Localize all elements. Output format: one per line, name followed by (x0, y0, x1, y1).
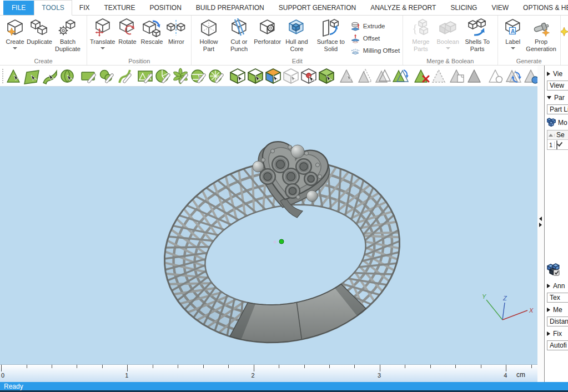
mark-cube-all-icon[interactable] (318, 68, 335, 84)
prop-generation-button[interactable]: Prop Generation (525, 17, 557, 52)
part-list-row[interactable]: 1 (547, 140, 568, 149)
menu-texture[interactable]: TEXTURE (97, 1, 142, 15)
perforator-button[interactable]: Perforator (255, 17, 280, 46)
group-label-merge-boolean: Merge & Boolean (403, 58, 497, 64)
create-icon (6, 18, 24, 37)
part-section-header[interactable]: Par (547, 93, 568, 103)
label-button[interactable]: A Label (501, 17, 525, 49)
menu-build-preparation[interactable]: BUILD PREPARATION (189, 1, 272, 15)
mark-cube-visible-icon[interactable] (247, 68, 264, 84)
merge-parts-button[interactable]: { Merge Parts (406, 17, 436, 52)
translate-button[interactable]: Translate (90, 17, 115, 49)
svg-text:Y: Y (482, 293, 486, 300)
mark-window-circle-icon[interactable] (155, 68, 172, 84)
marked-plane-tool-icon[interactable] (339, 68, 356, 84)
mark-window-pie-icon[interactable] (208, 68, 225, 84)
rescale-button[interactable]: Rescale (139, 17, 164, 46)
select-shells-icon[interactable] (59, 68, 76, 84)
copy-marked-to-part-icon[interactable] (449, 68, 466, 84)
parts-visibility-row[interactable] (547, 263, 568, 278)
panel-splitter[interactable] (537, 66, 545, 382)
model-parts-icon (547, 118, 556, 128)
create-button[interactable]: Create (3, 17, 27, 49)
3d-viewport[interactable]: YZX (0, 87, 537, 364)
measurements-section-header[interactable]: Me (547, 305, 568, 315)
hide-marked-icon[interactable] (431, 68, 448, 84)
mirror-button[interactable]: Mirror (164, 17, 188, 46)
menu-analyze-report[interactable]: ANALYZE & REPORT (363, 1, 443, 15)
update-marking-icon[interactable] (506, 68, 522, 84)
ruler-tick (405, 365, 405, 368)
annotations-section-title: Ann (553, 282, 565, 290)
mark-cube-front-icon[interactable] (229, 68, 246, 84)
menu-position[interactable]: POSITION (143, 1, 189, 15)
horizontal-ruler: 01234cm (0, 364, 537, 382)
invert-marking-icon[interactable] (393, 68, 409, 84)
rotate-button[interactable]: Rotate (115, 17, 139, 46)
mark-cube-volume-icon[interactable] (265, 68, 282, 84)
dropdown-caret-icon (446, 47, 450, 49)
annotations-section-header[interactable]: Ann (547, 281, 568, 291)
collapsed-arrow-icon (547, 284, 550, 288)
sort-ascending-icon (549, 134, 553, 137)
ruler-tick (455, 365, 456, 368)
mark-window-triangles-icon[interactable] (137, 68, 154, 84)
view-section-title: Vie (553, 70, 562, 78)
tab-autofix[interactable]: Autofi (547, 340, 568, 350)
svg-text:{: { (412, 21, 418, 35)
mark-rectangle-icon[interactable] (81, 68, 97, 84)
mark-cube-inside-icon[interactable] (300, 68, 317, 84)
offset-button[interactable]: Offset (350, 32, 400, 44)
mark-circle-icon[interactable] (98, 68, 115, 84)
shells-to-parts-button[interactable]: Shells To Parts (460, 17, 495, 52)
part-selected-checkbox[interactable] (556, 140, 557, 149)
duplicate-button[interactable]: Duplicate (27, 17, 52, 46)
surface-to-solid-button[interactable]: Surface to Solid (314, 17, 348, 52)
shells-to-parts-icon (468, 18, 487, 37)
hull-and-core-button[interactable]: Hull and Core (280, 17, 314, 52)
milling-offset-button[interactable]: Milling Offset (350, 44, 400, 57)
menu-fix[interactable]: FIX (72, 1, 97, 15)
dropdown-caret-icon (100, 47, 105, 49)
left-column: » YZX 01234cm (0, 66, 537, 382)
menu-support-generation[interactable]: SUPPORT GENERATION (272, 1, 363, 15)
unmark-circle-icon[interactable] (488, 68, 505, 84)
part-list-header-row[interactable]: Se (547, 130, 568, 140)
extrude-button[interactable]: Extrude (350, 20, 400, 32)
splitter-collapse-right-icon[interactable] (539, 223, 542, 227)
delete-marked-icon[interactable] (414, 68, 430, 84)
merge-parts-button-label: Merge Parts (406, 38, 436, 52)
batch-duplicate-button[interactable]: Batch Duplicate (52, 17, 84, 52)
part-list-body[interactable] (547, 150, 568, 259)
mark-cube-clear-icon[interactable] (283, 68, 299, 84)
menu-file[interactable]: FILE (3, 1, 34, 15)
mark-window-sphere-icon[interactable] (190, 68, 207, 84)
ring-model-canvas[interactable]: YZX (0, 87, 537, 364)
tab-part-list[interactable]: Part Li (547, 104, 568, 114)
splitter-collapse-left-icon[interactable] (539, 217, 542, 221)
cut-or-punch-button[interactable]: Cut or Punch (223, 17, 255, 52)
hollow-part-button[interactable]: Hollow Part (194, 17, 223, 52)
mark-freeform-icon[interactable] (116, 68, 133, 84)
part-list-toolbar[interactable]: Mo (547, 117, 568, 129)
mark-window-flower-icon[interactable] (173, 68, 189, 84)
boolean-button[interactable]: Boolean (436, 17, 460, 49)
toolbar-grip[interactable] (2, 69, 3, 83)
marked-expand-tool-icon[interactable] (375, 68, 391, 84)
offset-icon (350, 33, 360, 43)
tab-text-annotation[interactable]: Tex (547, 293, 568, 303)
select-planes-icon[interactable] (24, 68, 41, 84)
select-surfaces-icon[interactable] (42, 68, 58, 84)
tab-distance[interactable]: Distan (547, 316, 568, 326)
menu-tools[interactable]: TOOLS (34, 0, 72, 16)
view-section-header[interactable]: Vie (547, 69, 568, 79)
marked-offset-tool-icon[interactable] (357, 68, 374, 84)
select-triangles-icon[interactable] (6, 68, 23, 84)
menu-slicing[interactable]: SLICING (443, 1, 484, 15)
tab-view[interactable]: View (547, 81, 568, 91)
fix-section-header[interactable]: Fix (547, 329, 568, 339)
part-section-title: Par (554, 94, 565, 102)
menu-view[interactable]: VIEW (484, 1, 516, 15)
menu-options-help[interactable]: OPTIONS & HELP (516, 1, 568, 15)
fill-marked-icon[interactable] (467, 68, 484, 84)
